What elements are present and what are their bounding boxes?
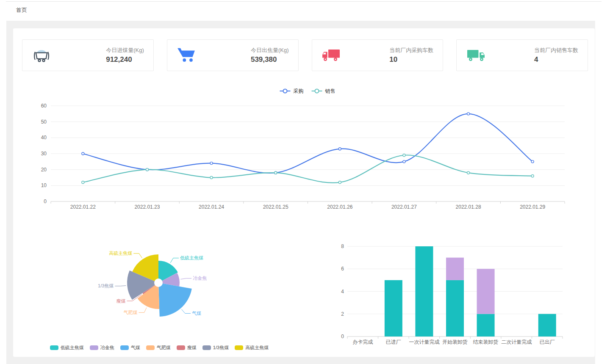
pie-label: 1/3焦煤 bbox=[98, 283, 114, 288]
pie-chart-legend: 低硫主焦煤冶金焦气煤气肥煤瘦煤1/3焦煤高硫主焦煤 bbox=[13, 345, 305, 351]
x-axis-label: 一次计量完成 bbox=[409, 339, 439, 345]
dashboard-panel: 今日进煤量(Kg) 912,240 今日出焦量(Kg) 539,380 bbox=[13, 28, 595, 357]
legend-label: 1/3焦煤 bbox=[213, 345, 229, 351]
bar-开始装卸货[interactable] bbox=[446, 258, 464, 280]
stat-label: 当前厂内销售车数 bbox=[534, 47, 578, 54]
data-point[interactable] bbox=[338, 181, 341, 184]
data-point[interactable] bbox=[531, 175, 534, 177]
x-axis-label: 开始装卸货 bbox=[442, 339, 468, 345]
top-navbar: 首页 bbox=[0, 0, 610, 21]
legend-swatch bbox=[146, 345, 155, 350]
data-point[interactable] bbox=[531, 160, 534, 163]
pie-label-line bbox=[139, 308, 147, 313]
pie-label: 气煤 bbox=[192, 311, 201, 316]
data-point[interactable] bbox=[467, 113, 470, 115]
shopping-cart-shape bbox=[177, 48, 195, 61]
x-axis-label: 结束装卸货 bbox=[473, 339, 499, 345]
pie-label-line bbox=[180, 279, 191, 279]
stat-label: 当前厂内采购车数 bbox=[389, 47, 433, 54]
x-axis-label: 2022.01.28 bbox=[456, 204, 481, 210]
pie-label: 瘦煤 bbox=[116, 298, 126, 303]
legend-item-瘦煤[interactable]: 瘦煤 bbox=[177, 345, 197, 351]
y-axis-label: 30 bbox=[41, 151, 47, 157]
legend-item-低硫主焦煤[interactable]: 低硫主焦煤 bbox=[50, 345, 84, 351]
x-axis-label: 2022.01.24 bbox=[199, 204, 224, 210]
data-point[interactable] bbox=[274, 171, 277, 174]
content-background: 今日进煤量(Kg) 912,240 今日出焦量(Kg) 539,380 bbox=[6, 21, 595, 364]
x-axis-label: 2022.01.26 bbox=[327, 204, 352, 210]
y-axis-label: 8 bbox=[341, 243, 344, 249]
y-axis-label: 6 bbox=[341, 266, 344, 272]
legend-item-1/3焦煤[interactable]: 1/3焦煤 bbox=[202, 345, 229, 351]
topbar-divider bbox=[6, 1, 602, 2]
legend-label: 低硫主焦煤 bbox=[61, 345, 84, 351]
legend-label: 高硫主焦煤 bbox=[245, 345, 269, 351]
shopping-cart-icon bbox=[177, 47, 196, 64]
data-point[interactable] bbox=[403, 154, 405, 157]
line-series-销售[interactable] bbox=[83, 155, 532, 182]
x-axis-label: 已出厂 bbox=[540, 339, 555, 345]
pie-slice-气煤[interactable] bbox=[158, 283, 192, 317]
pie-label-line bbox=[181, 309, 191, 314]
x-axis-label: 已进厂 bbox=[386, 339, 401, 345]
truck-left-icon bbox=[322, 47, 341, 64]
y-axis-label: 0 bbox=[44, 199, 47, 204]
stat-card-coke-out: 今日出焦量(Kg) 539,380 bbox=[167, 39, 299, 71]
y-axis-label: 20 bbox=[41, 167, 47, 173]
data-point[interactable] bbox=[338, 148, 341, 150]
truck-right-icon bbox=[466, 47, 485, 64]
purchase-sales-line-chart: 01020304050602022.01.222022.01.232022.01… bbox=[13, 83, 595, 215]
legend-swatch bbox=[120, 345, 129, 350]
line-legend-item-销售[interactable]: 销售 bbox=[312, 88, 336, 94]
y-axis-label: 4 bbox=[341, 289, 344, 295]
stat-label: 今日进煤量(Kg) bbox=[106, 47, 144, 54]
legend-swatch bbox=[50, 345, 58, 350]
line-legend-item-采购[interactable]: 采购 bbox=[280, 88, 304, 94]
data-point[interactable] bbox=[210, 176, 213, 179]
legend-label: 冶金焦 bbox=[100, 345, 114, 351]
stat-card-purchase-trucks: 当前厂内采购车数 10 bbox=[312, 39, 444, 71]
breadcrumb-home[interactable]: 首页 bbox=[16, 6, 27, 14]
legend-item-气肥煤[interactable]: 气肥煤 bbox=[146, 345, 171, 351]
bar-已进厂[interactable] bbox=[385, 280, 402, 336]
y-axis-label: 2 bbox=[341, 311, 344, 317]
vehicle-status-bar-chart: 02468办卡完成已进厂一次计量完成开始装卸货结束装卸货二次计量完成已出厂 bbox=[305, 238, 595, 352]
pie-label-line bbox=[133, 254, 142, 258]
legend-label: 销售 bbox=[325, 88, 336, 94]
bar-已出厂[interactable] bbox=[538, 314, 556, 336]
pie-label-line bbox=[170, 258, 179, 263]
data-point[interactable] bbox=[467, 171, 470, 174]
stat-value: 4 bbox=[534, 55, 578, 64]
legend-label: 瘦煤 bbox=[187, 345, 197, 351]
x-axis-label: 2022.01.27 bbox=[391, 204, 417, 210]
stat-value: 912,240 bbox=[106, 55, 144, 64]
data-point[interactable] bbox=[210, 162, 213, 165]
pie-label: 冶金焦 bbox=[193, 276, 207, 281]
data-point[interactable] bbox=[82, 152, 84, 155]
legend-item-气煤[interactable]: 气煤 bbox=[120, 345, 140, 351]
data-point[interactable] bbox=[403, 160, 405, 163]
line-series-采购[interactable] bbox=[83, 114, 532, 173]
legend-swatch bbox=[202, 345, 211, 350]
legend-label: 采购 bbox=[294, 88, 304, 94]
pie-center-hole bbox=[154, 279, 163, 287]
stat-card-sales-trucks: 当前厂内销售车数 4 bbox=[456, 39, 588, 71]
data-point[interactable] bbox=[82, 181, 84, 184]
legend-item-冶金焦[interactable]: 冶金焦 bbox=[90, 345, 114, 351]
y-axis-label: 50 bbox=[41, 119, 47, 125]
data-point[interactable] bbox=[146, 168, 148, 171]
bar-一次计量完成[interactable] bbox=[415, 246, 433, 336]
bar-结束装卸货[interactable] bbox=[477, 269, 495, 314]
x-axis-label: 2022.01.22 bbox=[70, 204, 96, 210]
x-axis-label: 2022.01.23 bbox=[134, 204, 160, 210]
legend-label: 气煤 bbox=[131, 345, 140, 351]
bar-开始装卸货[interactable] bbox=[446, 280, 464, 336]
legend-swatch bbox=[177, 345, 185, 350]
legend-item-高硫主焦煤[interactable]: 高硫主焦煤 bbox=[235, 345, 269, 351]
bar-结束装卸货[interactable] bbox=[477, 314, 495, 336]
pie-label-line bbox=[115, 286, 126, 286]
stat-value: 539,380 bbox=[251, 55, 289, 64]
y-axis-label: 60 bbox=[41, 103, 47, 109]
x-axis-label: 2022.01.29 bbox=[520, 204, 545, 210]
legend-label: 气肥煤 bbox=[157, 345, 171, 351]
